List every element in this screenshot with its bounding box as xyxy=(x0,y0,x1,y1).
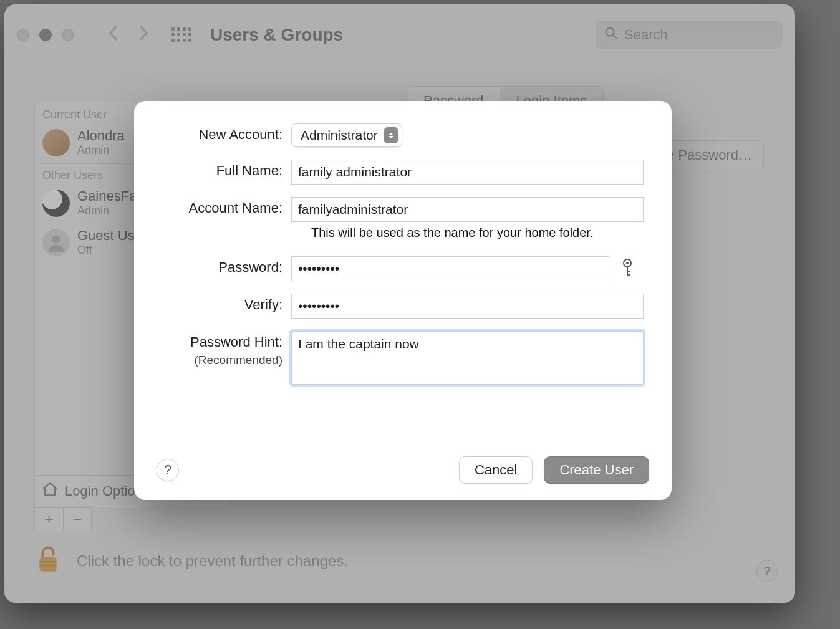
verify-password-input[interactable] xyxy=(291,294,644,319)
chevron-up-down-icon xyxy=(384,127,398,143)
label-account-name: Account Name: xyxy=(157,197,291,219)
account-type-popup[interactable]: Administrator xyxy=(291,123,402,147)
label-full-name: Full Name: xyxy=(157,160,291,182)
label-new-account: New Account: xyxy=(157,123,291,146)
full-name-input[interactable] xyxy=(291,160,644,185)
password-input[interactable] xyxy=(291,256,609,281)
label-verify: Verify: xyxy=(157,294,291,316)
create-user-button[interactable]: Create User xyxy=(544,456,649,484)
label-password: Password: xyxy=(157,256,291,279)
account-name-helper: This will be used as the name for your h… xyxy=(311,226,649,240)
svg-point-7 xyxy=(626,262,629,264)
account-type-value: Administrator xyxy=(301,128,378,143)
account-name-input[interactable] xyxy=(291,197,644,222)
password-hint-input[interactable] xyxy=(291,331,644,385)
key-icon[interactable] xyxy=(620,258,634,279)
sheet-help-button[interactable]: ? xyxy=(157,459,179,481)
label-password-hint: Password Hint: (Recommended) xyxy=(157,331,291,367)
sheet-button-bar: Cancel Create User xyxy=(459,456,649,484)
cancel-button[interactable]: Cancel xyxy=(459,456,533,484)
preferences-window: Users & Groups Search Password Login Ite… xyxy=(4,4,795,603)
new-user-sheet: New Account: Administrator Full Name: Ac… xyxy=(134,101,672,500)
